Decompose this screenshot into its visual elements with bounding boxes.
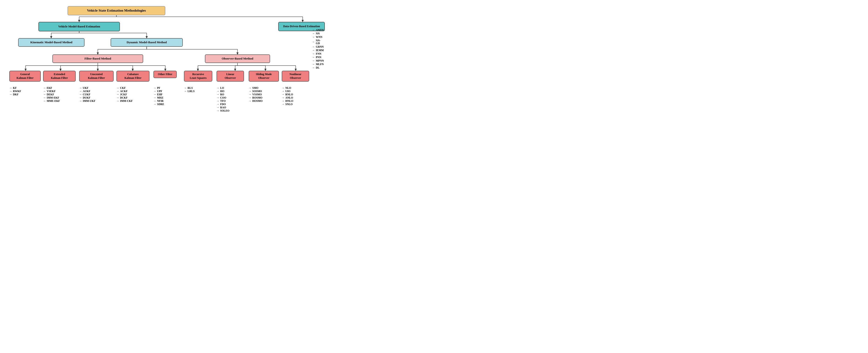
kinematic-node: Kinematic Model-Based Method [18,38,85,47]
svg-marker-30 [60,69,61,71]
smo-label: Sliding Mode Observer [256,73,272,80]
svg-marker-27 [25,69,27,71]
leaf-dukf: DUKF [79,96,95,99]
leaf-uio: UIO [282,90,293,93]
ekf-leaves: EKF VSEKF DEKF IMM-EKF MME-EKF [43,86,60,103]
lo-node: Linear Observer [217,71,244,82]
ckf-label: Cubature Kalman Filter [125,73,142,80]
ekf-node: Extended Kalman Filter [43,71,76,82]
ckf-leaf-list: CKF ACKF JCKF DCKF IMM-CKF [116,86,133,102]
rls-label: Recursive Least Squares [190,73,207,80]
leaf-kf: KF [9,86,21,89]
leaf-dl: DL [312,66,324,69]
leaf-dkf: DKF [9,93,21,96]
leaf-rosmo: ROSMO [249,96,262,99]
ekf-label: Extended Kalman Filter [51,73,68,80]
ukf-leaves: UKF AUKF CUKF DUKF IMM-UKF [79,86,95,103]
svg-marker-48 [265,69,266,71]
rls-leaves: RLS LRLS [184,86,195,93]
other-filter-node: Other Filter [153,71,177,78]
rls-node: Recursive Least Squares [184,71,212,82]
svg-marker-11 [50,36,52,38]
svg-marker-23 [237,52,239,55]
lo-leaf-list: LO HO RO COO TFO FDO RAO SOLEO [217,86,229,112]
svg-marker-7 [302,20,304,22]
leaf-fdo: FDO [217,103,229,106]
leaf-fnn: FNN [312,52,324,55]
tree-container: Vehicle State Estimation Methodologies V… [2,5,323,130]
leaf-pnn: PNN [312,56,324,59]
leaf-wnn: WNN [312,36,324,38]
leaf-snlo: SNLO [282,103,293,106]
leaf-upf: UPF [153,90,164,93]
nlo-node: Nonlinear Observer [282,71,309,82]
leaf-sosmo: SOSMO [249,90,262,93]
svg-marker-15 [146,36,148,38]
model-based-label: Vehicle Model-Based Estimation [58,25,100,29]
leaf-sdre: SDRE [153,103,164,106]
observer-based-label: Observer-Based Method [222,57,253,61]
leaf-rnlo: RNLO [282,93,293,96]
ckf-leaves: CKF ACKF JCKF DCKF IMM-CKF [116,86,133,103]
leaf-jckf: JCKF [116,93,133,96]
nlo-leaf-list: NLO UIO RNLO ANLO HNLO SNLO [282,86,293,106]
leaf-ukf: UKF [79,86,95,89]
leaf-grnn: GRNN [312,45,324,48]
leaf-mhz: MHZ [153,96,164,99]
svg-marker-42 [197,69,199,71]
leaf-vssmo: VSSMO [249,93,262,96]
leaf-imm-ukf: IMM-UKF [79,100,95,102]
svg-marker-51 [295,69,297,71]
ukf-node: Unscented Kalman Filter [79,71,114,82]
leaf-ackf: ACKF [116,90,133,93]
leaf-cukf: CUKF [79,93,95,96]
gkf-leaf-list: KF RWKF DKF [9,86,21,96]
leaf-anfis: ANFIS [312,29,324,31]
dynamic-node: Dynamic Model-Based Method [111,38,183,47]
leaf-ehf: EHF [153,93,164,96]
lo-label: Linear Observer [225,73,236,80]
leaf-hnlo: HNLO [282,100,293,102]
smo-leaf-list: SMO SOSMO VSSMO ROSMO HOSMO [249,86,262,102]
ckf-node: Cubature Kalman Filter [116,71,150,82]
model-based-node: Vehicle Model-Based Estimation [38,22,120,31]
leaf-iemm: IEMM [312,49,324,51]
other-leaves: PF UPF EHF MHZ NFIR SDRE [153,86,164,106]
svg-marker-3 [78,20,80,22]
svg-marker-32 [97,69,99,71]
svg-marker-45 [234,69,236,71]
gkf-label: General Kalman Filter [17,73,34,80]
leaf-nn-gd: NN-GD [312,39,324,45]
leaf-lo: LO [217,86,229,89]
nlo-label: Nonlinear Observer [289,73,301,80]
filter-based-node: Filter-Based Method [52,55,143,63]
gkf-leaves: KF RWKF DKF [9,86,21,96]
lo-leaves: LO HO RO COO TFO FDO RAO SOLEO [217,86,229,112]
leaf-vsekf: VSEKF [43,90,60,93]
leaf-ho: HO [217,90,229,93]
leaf-smo: SMO [249,86,262,89]
filter-based-label: Filter-Based Method [85,57,111,61]
leaf-mpnn: MPNN [312,59,324,62]
leaf-ekf: EKF [43,86,60,89]
observer-based-node: Observer-Based Method [205,55,270,63]
ukf-label: Unscented Kalman Filter [88,73,105,80]
dynamic-label: Dynamic Model-Based Method [127,40,167,44]
smo-leaves: SMO SOSMO VSSMO ROSMO HOSMO [249,86,262,103]
leaf-ro: RO [217,93,229,96]
smo-node: Sliding Mode Observer [249,71,279,82]
leaf-anlo: ANLO [282,96,293,99]
kinematic-label: Kinematic Model-Based Method [30,40,72,44]
other-filter-label: Other Filter [158,73,172,76]
leaf-tfo: TFO [217,100,229,102]
leaf-dckf: DCKF [116,96,133,99]
svg-marker-19 [97,52,99,55]
ukf-leaf-list: UKF AUKF CUKF DUKF IMM-UKF [79,86,95,102]
ekf-leaf-list: EKF VSEKF DEKF IMM-EKF MME-EKF [43,86,60,102]
leaf-nn: NN [312,32,324,35]
leaf-pf: PF [153,86,164,89]
leaf-nlo: NLO [282,86,293,89]
rls-leaf-list: RLS LRLS [184,86,195,93]
dd-leaf-list: ANFIS NN WNN NN-GD GRNN IEMM FNN PNN MPN… [312,29,324,69]
leaf-nfir: NFIR [153,100,164,102]
